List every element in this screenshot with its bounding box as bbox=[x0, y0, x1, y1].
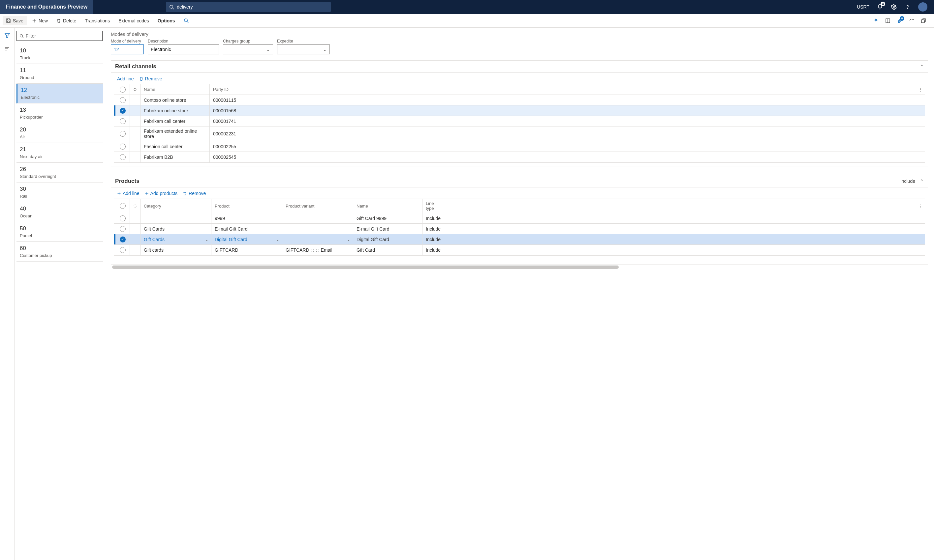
pd-product-cell[interactable]: GIFTCARD bbox=[212, 245, 282, 255]
mode-desc: Standard overnight bbox=[20, 174, 100, 179]
notifications-icon[interactable]: 4 bbox=[877, 4, 883, 10]
horizontal-scrollbar[interactable] bbox=[111, 265, 928, 269]
refresh-column-icon[interactable] bbox=[130, 84, 140, 95]
popout-icon[interactable] bbox=[920, 17, 927, 24]
pd-category-cell[interactable]: Gift Cards⌄ bbox=[140, 234, 212, 245]
gear-icon[interactable] bbox=[891, 4, 897, 10]
rc-remove-button[interactable]: Remove bbox=[139, 76, 162, 82]
products-header[interactable]: Products Include ⌃ bbox=[111, 175, 928, 188]
global-search-input[interactable] bbox=[177, 4, 327, 9]
translations-button[interactable]: Translations bbox=[82, 16, 113, 25]
table-row[interactable]: Fabrikam online store000001568 bbox=[114, 105, 925, 116]
search-page-button[interactable] bbox=[181, 16, 192, 25]
row-checkbox[interactable] bbox=[120, 131, 126, 137]
row-checkbox[interactable] bbox=[120, 118, 126, 124]
attachments-icon[interactable]: 0 bbox=[896, 17, 903, 24]
mode-list-item[interactable]: 11Ground bbox=[17, 64, 103, 84]
rc-party-header[interactable]: Party ID bbox=[210, 84, 280, 95]
mode-list-item[interactable]: 40Ocean bbox=[17, 202, 103, 222]
refresh-icon[interactable] bbox=[908, 17, 915, 24]
filter-icon[interactable] bbox=[4, 32, 11, 39]
mode-list[interactable]: 10Truck11Ground12Electronic13Pickuporder… bbox=[17, 44, 105, 560]
filter-box[interactable] bbox=[17, 31, 103, 41]
row-checkbox[interactable] bbox=[120, 226, 126, 232]
lines-icon[interactable] bbox=[4, 45, 11, 52]
retail-channels-header[interactable]: Retail channels ⌃ bbox=[111, 61, 928, 73]
table-row[interactable]: Fashion call center000002255 bbox=[114, 141, 925, 152]
pd-category-header[interactable]: Category bbox=[140, 199, 212, 213]
chevron-down-icon[interactable]: ⌄ bbox=[276, 237, 279, 242]
mode-list-item[interactable]: 60Customer pickup bbox=[17, 242, 103, 262]
table-row[interactable]: Gift CardsE-mail Gift CardE-mail Gift Ca… bbox=[114, 224, 925, 234]
mode-list-item[interactable]: 13Pickuporder bbox=[17, 103, 103, 123]
pd-name-header[interactable]: Name bbox=[353, 199, 423, 213]
pd-variant-cell[interactable]: ⌄ bbox=[282, 234, 353, 245]
save-button[interactable]: Save bbox=[3, 16, 27, 25]
row-checkbox[interactable] bbox=[120, 154, 126, 160]
row-checkbox[interactable] bbox=[120, 237, 126, 242]
pd-remove-button[interactable]: Remove bbox=[183, 191, 206, 196]
pd-product-header[interactable]: Product bbox=[212, 199, 282, 213]
mode-list-item[interactable]: 26Standard overnight bbox=[17, 163, 103, 183]
filter-input[interactable] bbox=[26, 33, 100, 38]
office-icon[interactable] bbox=[885, 17, 891, 24]
row-checkbox[interactable] bbox=[120, 215, 126, 222]
table-row[interactable]: Contoso online store000001115 bbox=[114, 95, 925, 105]
refresh-column-icon[interactable] bbox=[130, 199, 140, 213]
more-columns-icon[interactable]: ⋮ bbox=[915, 199, 925, 213]
new-button[interactable]: New bbox=[29, 16, 51, 25]
svg-rect-4 bbox=[8, 21, 9, 22]
pd-variant-cell[interactable] bbox=[282, 213, 353, 223]
row-checkbox[interactable] bbox=[120, 97, 126, 103]
pd-variant-cell[interactable] bbox=[282, 224, 353, 234]
pd-add-products-button[interactable]: Add products bbox=[145, 191, 178, 196]
pd-add-line-button[interactable]: Add line bbox=[117, 191, 139, 196]
table-row[interactable]: Fabrikam call center000001741 bbox=[114, 116, 925, 126]
mode-list-item[interactable]: 21Next day air bbox=[17, 143, 103, 163]
pd-linetype-header[interactable]: Line type bbox=[423, 199, 446, 213]
table-row[interactable]: 9999Gift Card 9999Include bbox=[114, 213, 925, 224]
expedite-select[interactable]: ⌄ bbox=[277, 45, 330, 54]
more-columns-icon[interactable]: ⋮ bbox=[915, 84, 925, 95]
help-icon[interactable] bbox=[904, 4, 911, 10]
table-row[interactable]: Gift cardsGIFTCARDGIFTCARD : : : : Email… bbox=[114, 245, 925, 255]
pd-variant-header[interactable]: Product variant bbox=[282, 199, 353, 213]
svg-line-8 bbox=[187, 22, 188, 23]
delete-button[interactable]: Delete bbox=[53, 16, 79, 25]
table-row[interactable]: Fabrikam B2B000002545 bbox=[114, 152, 925, 162]
pd-category-cell[interactable]: Gift cards bbox=[140, 245, 212, 255]
rc-add-line-button[interactable]: Add line bbox=[117, 76, 134, 82]
pd-variant-cell[interactable]: GIFTCARD : : : : Email bbox=[282, 245, 353, 255]
row-checkbox[interactable] bbox=[120, 247, 126, 253]
options-button[interactable]: Options bbox=[154, 16, 178, 25]
mode-list-item[interactable]: 10Truck bbox=[17, 44, 103, 64]
row-checkbox[interactable] bbox=[120, 108, 126, 114]
pd-category-cell[interactable] bbox=[140, 213, 212, 223]
pd-product-cell[interactable]: Digital Gift Card⌄ bbox=[212, 234, 282, 245]
rc-name-header[interactable]: Name bbox=[140, 84, 210, 95]
mode-list-item[interactable]: 50Parcel bbox=[17, 222, 103, 242]
copilot-icon[interactable] bbox=[873, 17, 879, 24]
external-codes-button[interactable]: External codes bbox=[115, 16, 152, 25]
company-code[interactable]: USRT bbox=[857, 4, 869, 9]
chevron-down-icon[interactable]: ⌄ bbox=[205, 237, 208, 242]
global-search[interactable] bbox=[166, 2, 331, 12]
desc-input[interactable] bbox=[148, 45, 219, 54]
mode-list-item[interactable]: 30Rail bbox=[17, 183, 103, 202]
select-all-checkbox[interactable] bbox=[120, 87, 126, 92]
avatar[interactable] bbox=[918, 2, 928, 12]
charges-select[interactable]: ⌄ bbox=[223, 45, 273, 54]
table-row[interactable]: Fabrikam extended online store000002231 bbox=[114, 126, 925, 141]
row-checkbox[interactable] bbox=[120, 144, 126, 149]
mode-list-item[interactable]: 20Air bbox=[17, 123, 103, 143]
pd-product-cell[interactable]: 9999 bbox=[212, 213, 282, 223]
mode-input[interactable] bbox=[111, 45, 144, 54]
pd-product-cell[interactable]: E-mail Gift Card bbox=[212, 224, 282, 234]
select-all-checkbox[interactable] bbox=[120, 203, 126, 209]
table-row[interactable]: Gift Cards⌄Digital Gift Card⌄⌄Digital Gi… bbox=[114, 234, 925, 245]
mode-list-item[interactable]: 12Electronic bbox=[17, 84, 103, 103]
chevron-down-icon[interactable]: ⌄ bbox=[347, 237, 350, 242]
pd-category-cell[interactable]: Gift Cards bbox=[140, 224, 212, 234]
mode-desc: Air bbox=[20, 134, 100, 139]
rc-name-cell: Contoso online store bbox=[140, 95, 210, 105]
